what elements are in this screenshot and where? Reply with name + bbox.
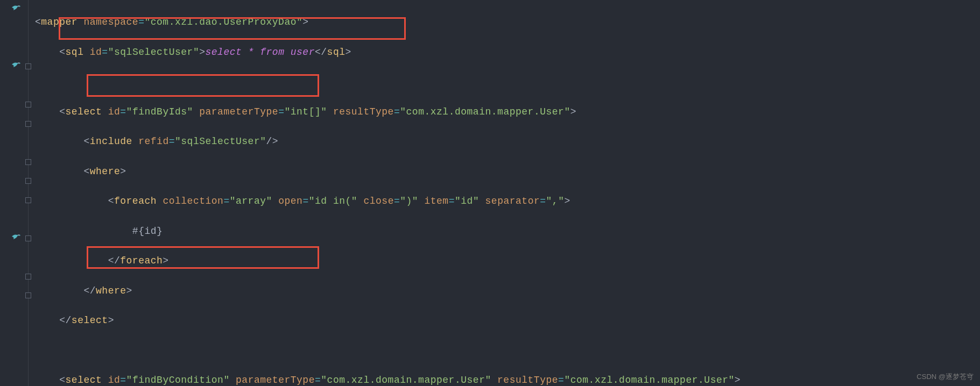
code-line: <sql id="sqlSelectUser">select * from us… [35,43,980,62]
mybatis-bird-icon [11,232,23,242]
svg-point-1 [18,62,19,63]
mybatis-bird-icon [11,60,23,70]
code-editor[interactable]: <mapper namespace="com.xzl.dao.UserProxy… [0,0,980,386]
code-line [35,341,980,361]
svg-point-0 [18,5,19,6]
code-line: </foreach> [35,252,980,271]
fold-marker[interactable] [25,292,31,298]
code-line: <select id="findByCondition" parameterTy… [35,371,980,386]
code-line: </where> [35,282,980,301]
code-line: </select> [35,311,980,331]
code-line: <where> [35,162,980,182]
fold-marker[interactable] [25,159,31,165]
code-line: #{id} [35,222,980,241]
mybatis-bird-icon [11,3,23,13]
fold-marker[interactable] [25,235,31,241]
fold-marker[interactable] [25,102,31,108]
code-line: <include refid="sqlSelectUser"/> [35,132,980,152]
fold-marker[interactable] [25,121,31,127]
gutter [0,0,35,386]
code-line: <mapper namespace="com.xzl.dao.UserProxy… [35,13,980,32]
svg-point-2 [18,234,19,235]
fold-marker[interactable] [25,63,31,69]
code-line: <foreach collection="array" open="id in(… [35,192,980,211]
fold-marker[interactable] [25,274,31,280]
code-area[interactable]: <mapper namespace="com.xzl.dao.UserProxy… [35,0,980,386]
code-line [35,73,980,92]
fold-marker[interactable] [25,178,31,184]
watermark: CSDN @逐梦苍穹 [916,372,974,382]
fold-marker[interactable] [25,197,31,203]
code-line: <select id="findByIds" parameterType="in… [35,103,980,122]
